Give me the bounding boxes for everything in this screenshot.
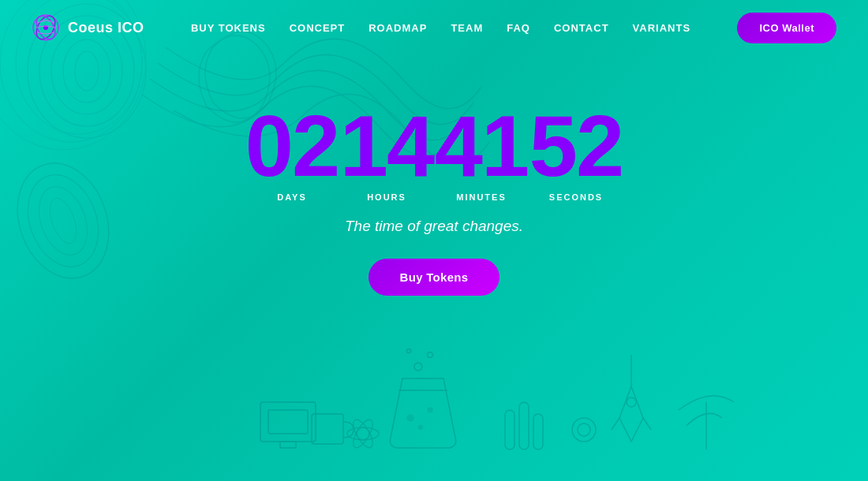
countdown-minutes-value: 41 bbox=[435, 103, 528, 189]
logo-text: Coeus ICO bbox=[68, 20, 144, 36]
navbar: Coeus ICO BUY TOKENS CONCEPT ROADMAP TEA… bbox=[0, 0, 868, 55]
nav-item-team[interactable]: TEAM bbox=[451, 21, 483, 35]
countdown-days: 02 DAYS bbox=[245, 103, 339, 202]
countdown-hours-label: HOURS bbox=[367, 192, 406, 202]
hero-section: 02 DAYS 14 HOURS 41 MINUTES 52 SECONDS T… bbox=[0, 55, 868, 296]
countdown: 02 DAYS 14 HOURS 41 MINUTES 52 SECONDS bbox=[245, 103, 623, 202]
countdown-hours: 14 HOURS bbox=[339, 103, 434, 202]
logo[interactable]: Coeus ICO bbox=[32, 13, 144, 42]
nav-item-concept[interactable]: CONCEPT bbox=[290, 21, 346, 35]
countdown-hours-value: 14 bbox=[340, 103, 433, 189]
countdown-minutes-label: MINUTES bbox=[456, 192, 507, 202]
nav-item-roadmap[interactable]: ROADMAP bbox=[369, 21, 427, 35]
buy-tokens-button[interactable]: Buy Tokens bbox=[369, 259, 500, 296]
countdown-seconds-value: 52 bbox=[529, 103, 623, 189]
countdown-minutes: 41 MINUTES bbox=[434, 103, 529, 202]
nav-item-contact[interactable]: CONTACT bbox=[554, 21, 609, 35]
countdown-seconds-label: SECONDS bbox=[549, 192, 603, 202]
nav-item-buy-tokens[interactable]: BUY TOKENS bbox=[191, 21, 266, 35]
nav-item-variants[interactable]: VARIANTS bbox=[633, 21, 690, 35]
countdown-seconds: 52 SECONDS bbox=[529, 103, 623, 202]
hero-tagline: The time of great changes. bbox=[345, 218, 523, 235]
countdown-days-label: DAYS bbox=[277, 192, 307, 202]
logo-icon bbox=[32, 13, 60, 42]
countdown-days-value: 02 bbox=[245, 103, 339, 189]
nav-item-faq[interactable]: FAQ bbox=[507, 21, 530, 35]
nav-links: BUY TOKENS CONCEPT ROADMAP TEAM FAQ CONT… bbox=[191, 21, 690, 35]
ico-wallet-button[interactable]: ICO Wallet bbox=[737, 13, 836, 43]
